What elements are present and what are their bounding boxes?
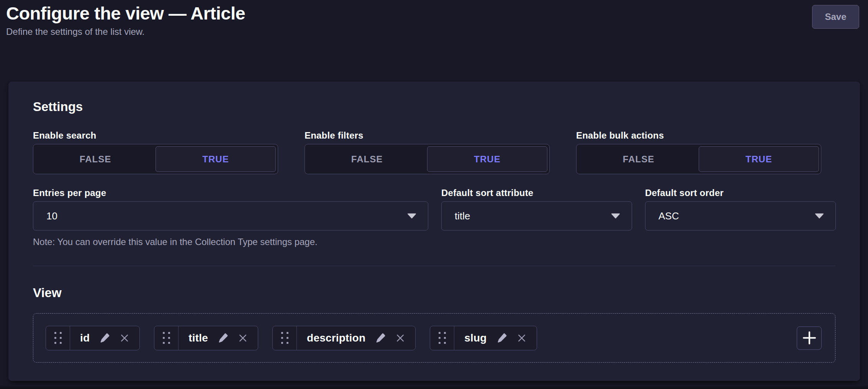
drag-handle[interactable] (154, 326, 179, 350)
chip-body: title (179, 326, 258, 350)
close-icon (120, 333, 129, 343)
field-chip-label: description (307, 332, 365, 344)
remove-field-button[interactable] (238, 333, 248, 343)
enable-bulk-actions-false-option[interactable]: FALSE (578, 146, 699, 172)
plus-icon (801, 330, 817, 346)
default-sort-order-select[interactable]: ASC (645, 201, 836, 230)
remove-field-button[interactable] (395, 333, 405, 343)
pencil-icon (496, 332, 508, 344)
entries-per-page-note: Note: You can override this value in the… (33, 237, 835, 247)
drag-handle[interactable] (273, 326, 297, 350)
edit-field-button[interactable] (375, 332, 386, 344)
pencil-icon (217, 332, 229, 344)
drag-handle[interactable] (46, 326, 70, 350)
pencil-icon (99, 332, 110, 344)
chevron-down-icon (815, 213, 824, 219)
page-subtitle: Define the settings of the list view. (6, 26, 862, 38)
field-chip-id[interactable]: id (46, 326, 140, 350)
enable-filters-true-option[interactable]: TRUE (427, 146, 547, 172)
drag-handle[interactable] (430, 326, 454, 350)
enable-bulk-actions-field: Enable bulk actions FALSE TRUE (576, 130, 821, 174)
default-sort-attribute-value: title (455, 210, 470, 222)
enable-filters-toggle: FALSE TRUE (305, 144, 550, 174)
pencil-icon (375, 332, 386, 344)
close-icon (395, 333, 405, 343)
default-sort-attribute-select[interactable]: title (441, 201, 632, 230)
save-button[interactable]: Save (812, 5, 859, 29)
enable-search-false-option[interactable]: FALSE (35, 146, 156, 172)
settings-heading: Settings (33, 99, 835, 114)
window-bottom-edge (0, 385, 868, 389)
page-title: Configure the view — Article (6, 3, 862, 24)
default-sort-order-field: Default sort order ASC (645, 187, 836, 230)
drag-handle-icon (163, 332, 170, 344)
drag-handle-icon (281, 332, 288, 344)
enable-bulk-actions-label: Enable bulk actions (576, 130, 821, 141)
default-sort-order-value: ASC (658, 210, 679, 222)
chip-body: id (70, 326, 139, 350)
toggle-row: Enable search FALSE TRUE Enable filters … (33, 130, 835, 174)
chip-body: description (297, 326, 415, 350)
entries-per-page-value: 10 (46, 210, 57, 222)
close-icon (517, 333, 527, 343)
field-chip-slug[interactable]: slug (430, 326, 537, 350)
remove-field-button[interactable] (120, 333, 129, 343)
enable-bulk-actions-true-option[interactable]: TRUE (699, 146, 819, 172)
enable-search-field: Enable search FALSE TRUE (33, 130, 278, 174)
enable-search-true-option[interactable]: TRUE (156, 146, 276, 172)
field-chip-label: id (80, 332, 90, 344)
field-chip-title[interactable]: title (154, 326, 258, 350)
add-field-button[interactable] (797, 326, 822, 350)
configure-view-page: Configure the view — Article Define the … (0, 0, 868, 389)
drag-handle-icon (439, 332, 446, 344)
default-sort-attribute-label: Default sort attribute (441, 187, 632, 199)
edit-field-button[interactable] (496, 332, 508, 344)
enable-bulk-actions-toggle: FALSE TRUE (576, 144, 821, 174)
field-chip-label: title (188, 332, 208, 344)
remove-field-button[interactable] (517, 333, 527, 343)
edit-field-button[interactable] (99, 332, 110, 344)
default-sort-attribute-field: Default sort attribute title (441, 187, 632, 230)
displayed-fields-zone: id title (33, 313, 835, 363)
drag-handle-icon (54, 332, 62, 344)
enable-filters-label: Enable filters (305, 130, 550, 141)
enable-search-toggle: FALSE TRUE (33, 144, 278, 174)
enable-filters-field: Enable filters FALSE TRUE (305, 130, 550, 174)
select-row: Entries per page 10 Default sort attribu… (33, 187, 835, 230)
enable-filters-false-option[interactable]: FALSE (307, 146, 427, 172)
chevron-down-icon (407, 213, 416, 219)
entries-per-page-select[interactable]: 10 (33, 201, 428, 230)
entries-per-page-field: Entries per page 10 (33, 187, 428, 230)
chevron-down-icon (611, 213, 620, 219)
page-header: Configure the view — Article Define the … (0, 0, 868, 38)
section-divider (33, 266, 835, 266)
close-icon (238, 333, 248, 343)
default-sort-order-label: Default sort order (645, 187, 836, 199)
chip-body: slug (454, 326, 536, 350)
field-chip-label: slug (464, 332, 486, 344)
settings-card: Settings Enable search FALSE TRUE Enable… (8, 82, 860, 381)
enable-search-label: Enable search (33, 130, 278, 141)
entries-per-page-label: Entries per page (33, 187, 428, 199)
view-heading: View (33, 285, 835, 301)
field-chip-description[interactable]: description (272, 326, 416, 350)
edit-field-button[interactable] (217, 332, 229, 344)
